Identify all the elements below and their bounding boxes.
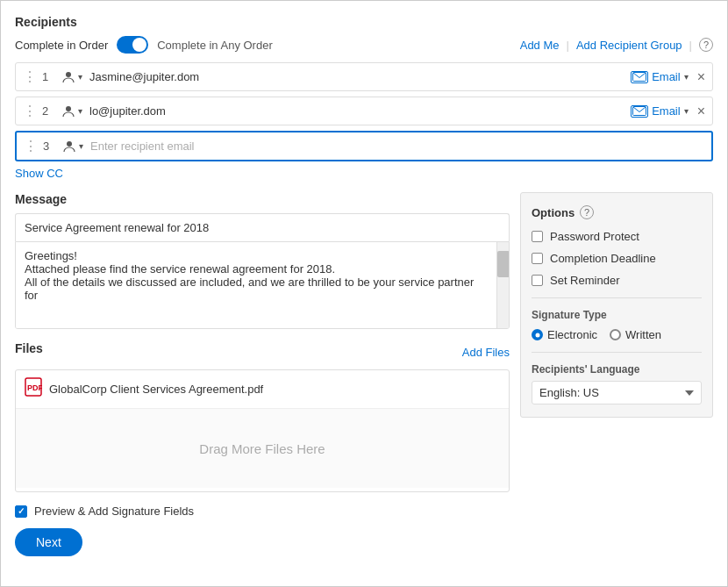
password-protect-label: Password Protect bbox=[550, 230, 639, 243]
pdf-icon: PDF bbox=[25, 377, 42, 401]
completion-deadline-checkbox[interactable] bbox=[532, 253, 543, 264]
recipient-email-input-3[interactable] bbox=[90, 140, 704, 153]
row-number-3: 3 bbox=[43, 140, 57, 153]
recipients-language-title: Recipients' Language bbox=[532, 363, 702, 376]
drag-handle-1[interactable]: ⋮ bbox=[23, 68, 37, 85]
email-type-label-1: Email bbox=[652, 70, 681, 83]
complete-in-order-label: Complete in Order bbox=[15, 39, 108, 52]
email-chevron-2[interactable]: ▾ bbox=[684, 106, 689, 116]
email-type-1[interactable]: Email ▾ bbox=[631, 70, 689, 83]
electronic-label: Electronic bbox=[547, 328, 597, 341]
email-type-label-2: Email bbox=[652, 104, 681, 118]
recipient-row-1: ⋮ 1 ▾ Email ▾ × bbox=[15, 62, 713, 91]
files-section: Files Add Files PDF GlobalCorp Client Se… bbox=[15, 341, 510, 492]
remove-recipient-2[interactable]: × bbox=[697, 104, 705, 118]
row-number-1: 1 bbox=[42, 70, 56, 83]
drag-handle-2[interactable]: ⋮ bbox=[23, 103, 37, 119]
add-files-link[interactable]: Add Files bbox=[462, 346, 510, 359]
options-title: Options bbox=[532, 206, 575, 219]
signer-icon-3[interactable]: ▾ bbox=[62, 140, 83, 154]
written-radio-button[interactable] bbox=[610, 329, 621, 340]
recipient-email-input-1[interactable] bbox=[89, 70, 631, 83]
set-reminder-checkbox[interactable] bbox=[532, 275, 543, 286]
next-button[interactable]: Next bbox=[15, 528, 82, 556]
signer-icon-2[interactable]: ▾ bbox=[61, 104, 82, 118]
written-label: Written bbox=[625, 328, 661, 341]
options-divider-2 bbox=[532, 352, 702, 353]
message-body-textarea[interactable]: Greetings! Attached please find the serv… bbox=[16, 242, 495, 328]
scrollbar-track bbox=[496, 242, 509, 328]
signer-chevron-2[interactable]: ▾ bbox=[78, 106, 82, 116]
preview-row: Preview & Add Signature Fields bbox=[15, 505, 713, 518]
drag-more-files-area[interactable]: Drag More Files Here bbox=[16, 409, 509, 488]
recipient-row-2: ⋮ 2 ▾ Email ▾ × bbox=[15, 97, 713, 125]
show-cc-link[interactable]: Show CC bbox=[15, 167, 63, 180]
email-chevron-1[interactable]: ▾ bbox=[684, 72, 689, 82]
message-subject-input[interactable] bbox=[15, 213, 510, 241]
preview-label: Preview & Add Signature Fields bbox=[34, 505, 194, 518]
recipients-title: Recipients bbox=[15, 15, 713, 29]
message-title: Message bbox=[15, 192, 510, 206]
add-me-link[interactable]: Add Me bbox=[520, 39, 560, 52]
completion-deadline-option: Completion Deadline bbox=[532, 252, 702, 265]
file-name: GlobalCorp Client Services Agreement.pdf bbox=[49, 383, 263, 396]
remove-recipient-1[interactable]: × bbox=[697, 70, 705, 84]
drag-handle-3[interactable]: ⋮ bbox=[24, 138, 38, 154]
language-select[interactable]: English: US French Spanish German bbox=[532, 381, 702, 404]
scrollbar-thumb[interactable] bbox=[497, 251, 510, 277]
written-radio[interactable]: Written bbox=[610, 328, 661, 341]
signer-chevron-1[interactable]: ▾ bbox=[78, 72, 82, 82]
password-protect-checkbox[interactable] bbox=[532, 231, 543, 242]
divider2: | bbox=[689, 39, 692, 52]
options-divider bbox=[532, 297, 702, 298]
svg-text:PDF: PDF bbox=[27, 383, 42, 392]
preview-checkbox[interactable] bbox=[15, 505, 27, 518]
email-icon-2 bbox=[631, 105, 648, 118]
bottom-section: Preview & Add Signature Fields Next bbox=[15, 505, 713, 556]
email-icon-1 bbox=[631, 71, 648, 83]
add-recipient-group-link[interactable]: Add Recipient Group bbox=[576, 39, 682, 52]
set-reminder-label: Set Reminder bbox=[550, 274, 619, 287]
files-box: PDF GlobalCorp Client Services Agreement… bbox=[15, 369, 510, 492]
signature-type-title: Signature Type bbox=[532, 309, 702, 321]
electronic-radio-button[interactable] bbox=[532, 329, 543, 340]
recipient-email-input-2[interactable] bbox=[89, 104, 631, 118]
row-number-2: 2 bbox=[42, 104, 56, 118]
divider: | bbox=[567, 39, 569, 52]
file-item: PDF GlobalCorp Client Services Agreement… bbox=[16, 370, 509, 409]
completion-deadline-label: Completion Deadline bbox=[550, 252, 656, 265]
complete-in-order-toggle[interactable] bbox=[117, 36, 148, 54]
email-type-2[interactable]: Email ▾ bbox=[631, 104, 689, 118]
signer-icon-1[interactable]: ▾ bbox=[61, 70, 82, 84]
set-reminder-option: Set Reminder bbox=[532, 274, 702, 287]
password-protect-option: Password Protect bbox=[532, 230, 702, 243]
electronic-radio[interactable]: Electronic bbox=[532, 328, 597, 341]
options-help-icon[interactable]: ? bbox=[580, 205, 594, 219]
message-section: Message Greetings! Attached please find … bbox=[15, 192, 510, 329]
files-title: Files bbox=[15, 341, 43, 355]
drag-more-files-label: Drag More Files Here bbox=[199, 441, 325, 456]
recipient-row-3: ⋮ 3 ▾ bbox=[15, 131, 713, 161]
help-icon[interactable]: ? bbox=[699, 38, 713, 52]
signature-type-row: Electronic Written bbox=[532, 328, 702, 341]
complete-any-order-text: Complete in Any Order bbox=[157, 39, 273, 52]
options-panel: Options ? Password Protect Completion De… bbox=[520, 192, 713, 418]
signer-chevron-3[interactable]: ▾ bbox=[79, 141, 83, 151]
